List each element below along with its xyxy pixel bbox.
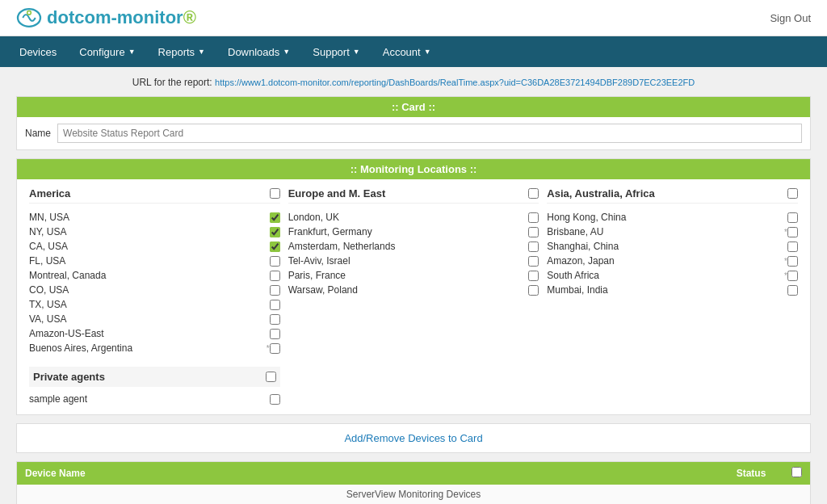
private-agents-section: Private agents sample agent: [29, 367, 280, 406]
tx-usa-checkbox[interactable]: [270, 300, 280, 310]
list-item: Frankfurt, Germany: [288, 225, 539, 239]
tel-aviv-israel-checkbox[interactable]: [528, 256, 539, 267]
sample-agent-checkbox[interactable]: [270, 394, 280, 405]
private-agents-header: Private agents: [29, 367, 280, 387]
brisbane-au-checkbox[interactable]: [787, 227, 798, 237]
name-row: Name: [17, 117, 810, 149]
card-section: :: Card :: Name: [16, 96, 811, 150]
nav-item-account[interactable]: Account▼: [372, 36, 443, 67]
co-usa-checkbox[interactable]: [270, 285, 280, 296]
list-item: FL, USA: [29, 254, 280, 268]
list-item: London, UK: [288, 210, 539, 225]
checkbox-column-header: [783, 462, 811, 485]
list-item: Hong Kong, China: [547, 210, 798, 225]
nav-item-downloads[interactable]: Downloads▼: [216, 36, 301, 67]
buenos-aires-checkbox[interactable]: [270, 343, 280, 354]
list-item: CA, USA: [29, 239, 280, 254]
chevron-down-icon: ▼: [198, 48, 205, 56]
nav-item-reports[interactable]: Reports▼: [147, 36, 216, 67]
list-item: Tel-Aviv, Israel: [288, 254, 539, 268]
list-item: TX, USA: [29, 297, 280, 312]
nav-item-configure[interactable]: Configure▼: [68, 36, 146, 67]
frankfurt-germany-checkbox[interactable]: [528, 227, 539, 237]
amsterdam-netherlands-checkbox[interactable]: [528, 242, 539, 252]
device-name-column-header: Device Name: [17, 462, 720, 485]
card-section-header: :: Card ::: [17, 97, 810, 117]
fl-usa-checkbox[interactable]: [270, 256, 280, 267]
logo-icon: [16, 6, 42, 29]
list-item: Amsterdam, Netherlands: [288, 239, 539, 254]
nav-item-support[interactable]: Support▼: [301, 36, 371, 67]
monitoring-section: :: Monitoring Locations :: America MN, U…: [16, 158, 811, 415]
group-name: ServerView Monitoring Devices: [17, 485, 811, 504]
table-row: ServerView Monitoring Devices: [17, 485, 811, 504]
sign-out-button[interactable]: Sign Out: [770, 12, 811, 24]
list-item: VA, USA: [29, 312, 280, 326]
south-africa-checkbox[interactable]: [787, 271, 798, 281]
ny-usa-checkbox[interactable]: [270, 227, 280, 237]
amazon-japan-checkbox[interactable]: [787, 256, 798, 267]
private-agents-select-all-checkbox[interactable]: [266, 372, 276, 382]
select-all-devices-checkbox[interactable]: [791, 467, 802, 477]
devices-table: Device Name Status ServerView Monitoring…: [16, 461, 811, 504]
url-row: URL for the report: https://www1.dotcom-…: [16, 77, 811, 88]
list-item: Montreal, Canada: [29, 268, 280, 283]
paris-france-checkbox[interactable]: [528, 271, 539, 281]
chevron-down-icon: ▼: [424, 48, 431, 56]
nav-item-devices[interactable]: Devices: [8, 36, 68, 67]
shanghai-china-checkbox[interactable]: [787, 242, 798, 252]
mn-usa-checkbox[interactable]: [270, 212, 280, 223]
top-bar: dotcom-monitor ® Sign Out: [0, 0, 827, 36]
america-group-header: America: [29, 187, 280, 204]
list-item: Warsaw, Poland: [288, 283, 539, 297]
asia-group-header: Asia, Australia, Africa: [547, 187, 798, 204]
svg-point-2: [27, 11, 30, 14]
list-item: CO, USA: [29, 283, 280, 297]
europe-group-header: Europe and M. East: [288, 187, 539, 204]
logo-trademark: ®: [183, 7, 196, 28]
europe-select-all-checkbox[interactable]: [528, 188, 539, 199]
list-item: South Africa *: [547, 268, 798, 283]
chevron-down-icon: ▼: [353, 48, 360, 56]
list-item: Paris, France: [288, 268, 539, 283]
monitoring-header: :: Monitoring Locations ::: [17, 159, 810, 179]
name-label: Name: [25, 128, 51, 139]
amazon-us-east-checkbox[interactable]: [270, 329, 280, 339]
london-uk-checkbox[interactable]: [528, 212, 539, 223]
asia-group: Asia, Australia, Africa Hong Kong, China…: [543, 187, 802, 406]
chevron-down-icon: ▼: [283, 48, 290, 56]
logo: dotcom-monitor ®: [16, 6, 196, 29]
america-select-all-checkbox[interactable]: [270, 188, 280, 199]
locations-grid: America MN, USA NY, USA CA, USA FL, USA: [17, 179, 810, 414]
list-item: Brisbane, AU *: [547, 225, 798, 239]
url-prefix-label: URL for the report:: [132, 77, 212, 88]
america-group: America MN, USA NY, USA CA, USA FL, USA: [25, 187, 284, 406]
name-input[interactable]: [57, 124, 802, 143]
add-remove-section: Add/Remove Devices to Card: [16, 423, 811, 453]
list-item: sample agent: [29, 392, 280, 406]
status-column-header: Status: [719, 462, 783, 485]
nav-bar: Devices Configure▼ Reports▼ Downloads▼ S…: [0, 36, 827, 67]
list-item: Mumbai, India: [547, 283, 798, 297]
list-item: Amazon, Japan *: [547, 254, 798, 268]
asia-select-all-checkbox[interactable]: [787, 188, 798, 199]
list-item: MN, USA: [29, 210, 280, 225]
ca-usa-checkbox[interactable]: [270, 242, 280, 252]
hongkong-china-checkbox[interactable]: [787, 212, 798, 223]
list-item: Amazon-US-East: [29, 326, 280, 341]
mumbai-india-checkbox[interactable]: [787, 285, 798, 296]
logo-text: dotcom-monitor: [47, 7, 183, 28]
warsaw-poland-checkbox[interactable]: [528, 285, 539, 296]
add-remove-link[interactable]: Add/Remove Devices to Card: [344, 432, 482, 444]
list-item: Shanghai, China: [547, 239, 798, 254]
content: URL for the report: https://www1.dotcom-…: [0, 67, 827, 504]
chevron-down-icon: ▼: [128, 48, 136, 56]
report-url-link[interactable]: https://www1.dotcom-monitor.com/reportin…: [215, 78, 695, 87]
list-item: NY, USA: [29, 225, 280, 239]
europe-group: Europe and M. East London, UK Frankfurt,…: [284, 187, 544, 406]
list-item: Buenos Aires, Argentina *: [29, 341, 280, 355]
va-usa-checkbox[interactable]: [270, 314, 280, 325]
montreal-canada-checkbox[interactable]: [270, 271, 280, 281]
